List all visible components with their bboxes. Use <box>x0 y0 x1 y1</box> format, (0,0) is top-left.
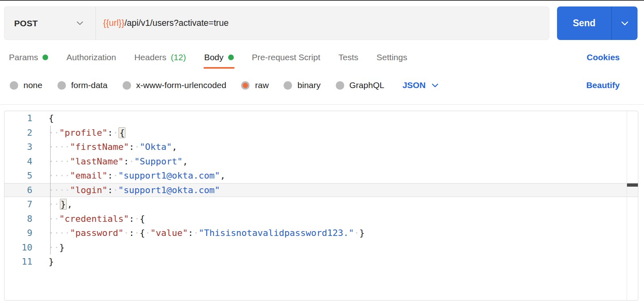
code-token: "login" <box>70 185 108 195</box>
tab-params[interactable]: Params <box>9 46 48 69</box>
line-number: 4 <box>4 154 32 169</box>
code-token: · <box>113 170 118 181</box>
request-bar: POST {{url}}/api/v1/users?activate=true … <box>4 6 638 40</box>
tab-headers[interactable]: Headers (12) <box>134 46 186 69</box>
body-type-options: none form-data x-www-form-urlencoded raw… <box>0 73 644 98</box>
tab-label: Params <box>9 53 38 62</box>
code-text: ··}, <box>32 197 72 212</box>
beautify-link[interactable]: Beautify <box>586 80 620 90</box>
request-tabs: Params Authorization Headers (12) Body P… <box>0 46 644 69</box>
code-text: ··"credentials":·{ <box>32 212 145 226</box>
code-token: , <box>220 170 225 181</box>
code-token: · <box>113 128 118 138</box>
body-type-x-www-form-urlencoded[interactable]: x-www-form-urlencoded <box>123 80 227 90</box>
code-token: } <box>49 257 54 267</box>
code-token: · <box>134 142 140 152</box>
tab-body[interactable]: Body <box>204 46 234 69</box>
method-select[interactable]: POST <box>4 7 95 40</box>
section-divider <box>0 104 644 105</box>
line-number: 9 <box>4 226 32 240</box>
line-number: 3 <box>4 140 32 154</box>
code-token: , <box>172 142 177 152</box>
body-type-form-data[interactable]: form-data <box>57 80 108 90</box>
send-button[interactable]: Send <box>557 6 611 40</box>
code-token: · <box>134 228 140 238</box>
code-token: "Thisisnotavalidpassword123." <box>199 228 354 238</box>
code-token: ···· <box>49 142 70 152</box>
code-token: "firstName" <box>70 142 129 152</box>
code-token: { <box>140 228 145 238</box>
tab-settings[interactable]: Settings <box>377 46 407 69</box>
body-type-label: none <box>23 80 42 90</box>
code-line: 10 ··} <box>4 240 638 255</box>
code-lines: 1 { 2 ··"profile":·{ 3 ····"firstName":·… <box>4 111 638 269</box>
radio-icon <box>241 81 250 90</box>
matched-bracket: { <box>119 127 125 138</box>
code-line: 5 ····"email":·"support1@okta.com", <box>4 168 638 183</box>
code-text: ··} <box>32 240 65 255</box>
format-select-value: JSON <box>402 80 426 90</box>
code-token: } <box>359 228 364 238</box>
code-token: : <box>129 214 134 224</box>
cookies-link[interactable]: Cookies <box>587 53 620 62</box>
code-token: , <box>182 156 188 166</box>
code-line: 1 { <box>4 111 638 126</box>
code-token: "support1@okta.com" <box>118 185 220 195</box>
body-type-label: GraphQL <box>350 80 384 90</box>
code-line: 3 ····"firstName":·"Okta", <box>4 140 638 154</box>
code-line: 2 ··"profile":·{ <box>4 126 638 140</box>
line-number: 5 <box>4 168 32 183</box>
code-token: { <box>49 113 54 123</box>
code-token: : <box>188 228 193 238</box>
code-token: "credentials" <box>59 214 129 224</box>
send-button-group: Send <box>557 6 638 40</box>
indent-guide <box>50 126 51 255</box>
line-number: 10 <box>4 240 32 255</box>
code-token: : <box>108 185 113 195</box>
code-token: · <box>354 228 359 238</box>
body-type-label: raw <box>255 80 269 90</box>
line-number: 11 <box>4 255 32 269</box>
body-type-label: binary <box>297 80 320 90</box>
line-number: 8 <box>4 212 32 226</box>
code-line: 6 ····"login":·"support1@okta.com" <box>4 183 638 198</box>
code-text: ····"password"·:·{·"value":·"Thisisnotav… <box>32 226 365 240</box>
code-token: , <box>67 199 72 209</box>
tab-pre-request-script[interactable]: Pre-request Script <box>252 46 320 69</box>
body-type-binary[interactable]: binary <box>284 80 320 90</box>
line-number: 6 <box>4 183 32 198</box>
code-line: 4 ····"lastName":·"Support", <box>4 154 638 169</box>
line-number: 2 <box>4 126 32 140</box>
chevron-down-icon <box>621 21 629 26</box>
tab-label: Authorization <box>66 53 116 62</box>
body-type-none[interactable]: none <box>10 80 42 90</box>
code-text: ····"firstName":·"Okta", <box>32 140 177 154</box>
code-text: ··"profile":·{ <box>32 126 126 140</box>
tab-tests[interactable]: Tests <box>339 46 358 69</box>
scrollbar[interactable] <box>627 111 638 300</box>
code-editor[interactable]: 1 { 2 ··"profile":·{ 3 ····"firstName":·… <box>4 111 638 301</box>
code-token: "lastName" <box>70 156 123 166</box>
line-number: 1 <box>4 111 32 126</box>
code-token: } <box>59 242 65 253</box>
tab-authorization[interactable]: Authorization <box>66 46 116 69</box>
code-token: · <box>193 228 199 238</box>
tab-count-badge: (12) <box>171 53 186 62</box>
code-line: 11 } <box>4 255 638 269</box>
tab-label: Pre-request Script <box>252 53 320 62</box>
body-type-raw[interactable]: raw <box>241 80 269 90</box>
body-type-graphql[interactable]: GraphQL <box>336 80 384 90</box>
window-crop-edge <box>0 0 644 1</box>
code-text: ····"email":·"support1@okta.com", <box>32 168 225 183</box>
code-token: · <box>123 228 129 238</box>
send-options-button[interactable] <box>611 6 638 40</box>
code-token: "profile" <box>59 128 108 138</box>
url-input[interactable]: {{url}}/api/v1/users?activate=true <box>96 7 549 40</box>
radio-icon <box>284 81 292 90</box>
code-token: : <box>108 128 113 138</box>
code-token: ···· <box>49 185 70 195</box>
tab-label: Body <box>204 53 224 62</box>
format-select[interactable]: JSON <box>402 80 439 90</box>
code-token: : <box>129 228 134 238</box>
code-text: { <box>32 111 54 126</box>
